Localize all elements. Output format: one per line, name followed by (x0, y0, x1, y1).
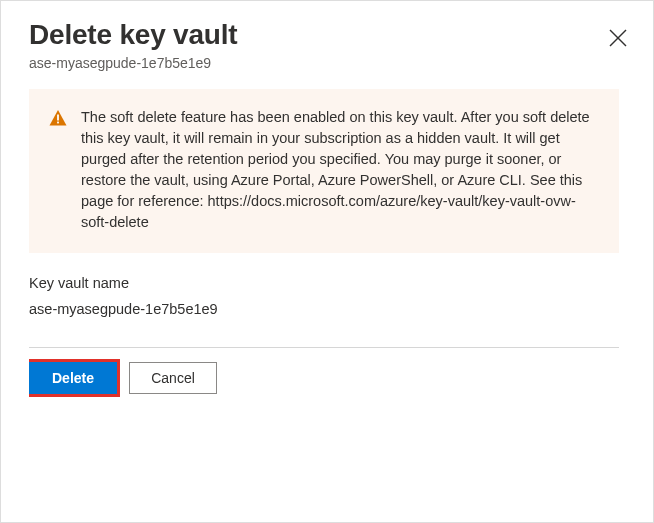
svg-rect-4 (57, 122, 59, 124)
key-vault-name-label: Key vault name (29, 275, 619, 291)
panel-subtitle: ase-myasegpude-1e7b5e1e9 (29, 55, 627, 71)
soft-delete-warning: The soft delete feature has been enabled… (29, 89, 619, 253)
panel-scroll-area[interactable]: The soft delete feature has been enabled… (29, 89, 627, 522)
close-icon (609, 29, 627, 47)
delete-button[interactable]: Delete (29, 362, 117, 394)
svg-rect-3 (57, 115, 59, 121)
panel-header: Delete key vault (29, 19, 627, 53)
warning-icon (49, 109, 67, 233)
panel-title: Delete key vault (29, 19, 237, 51)
delete-key-vault-panel: Delete key vault ase-myasegpude-1e7b5e1e… (1, 1, 653, 522)
cancel-button[interactable]: Cancel (129, 362, 217, 394)
close-button[interactable] (603, 23, 633, 53)
warning-text: The soft delete feature has been enabled… (81, 107, 595, 233)
action-footer: Delete Cancel (29, 348, 619, 412)
key-vault-name-value: ase-myasegpude-1e7b5e1e9 (29, 301, 619, 317)
